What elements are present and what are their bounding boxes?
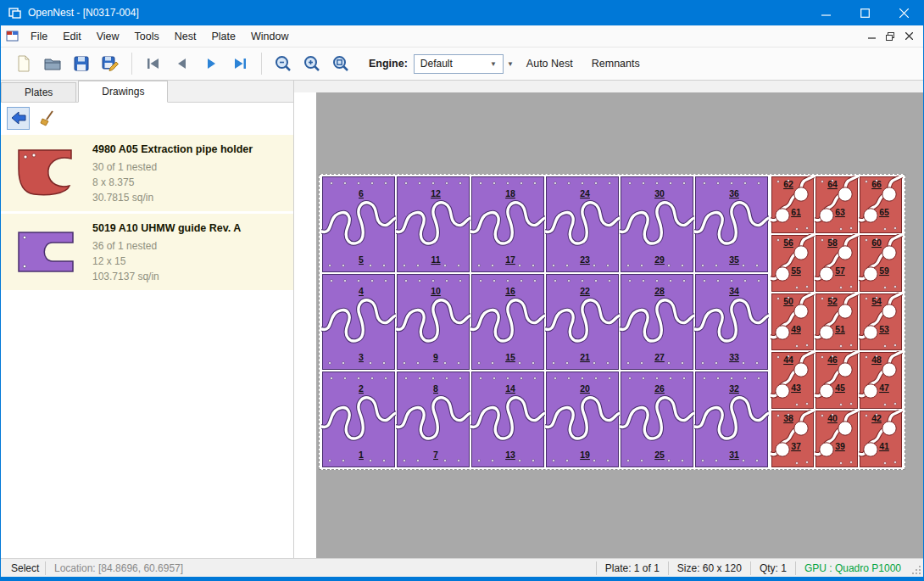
part-number: 37 <box>791 441 801 451</box>
drawing-size: 12 x 15 <box>92 254 241 269</box>
gpu-status: GPU : Quadro P1000 <box>796 562 910 574</box>
tab-drawings[interactable]: Drawings <box>78 81 168 103</box>
drawing-title: 4980 A05 Extraction pipe holder <box>92 143 253 155</box>
part-number: 2 <box>359 383 364 394</box>
nested-part-pair[interactable]: 2423 <box>545 176 620 273</box>
minimize-icon[interactable] <box>806 0 845 25</box>
back-arrow-icon[interactable] <box>7 107 30 130</box>
nested-part-pair[interactable]: 4241 <box>859 410 903 468</box>
part-number: 55 <box>791 265 801 276</box>
nested-part-pair[interactable]: 5655 <box>771 234 815 293</box>
engine-select[interactable]: Default ▼ <box>414 54 504 74</box>
auto-nest-button[interactable]: Auto Nest <box>526 58 573 70</box>
save-icon[interactable] <box>69 51 94 76</box>
mdi-close-icon[interactable] <box>899 28 918 45</box>
nested-part-pair[interactable]: 1817 <box>470 176 545 273</box>
nested-part-pair[interactable]: 4443 <box>771 351 815 410</box>
go-last-icon[interactable] <box>227 51 253 76</box>
plate-count: Plate: 1 of 1 <box>597 562 668 574</box>
part-number: 44 <box>783 355 793 365</box>
nested-part-pair[interactable]: 2019 <box>545 371 620 468</box>
nested-part-pair[interactable]: 6665 <box>859 176 903 234</box>
app-icon <box>1 6 28 20</box>
remnants-button[interactable]: Remnants <box>592 58 640 70</box>
nested-part-pair[interactable]: 6463 <box>815 176 859 234</box>
list-item[interactable]: 5019 A10 UHMW guide Rev. A 36 of 1 neste… <box>1 214 293 290</box>
menu-edit[interactable]: Edit <box>55 25 89 47</box>
part-number: 17 <box>505 254 515 265</box>
part-number: 3 <box>359 352 364 362</box>
nested-part-pair[interactable]: 5857 <box>815 234 859 293</box>
save-as-icon[interactable] <box>97 51 123 76</box>
nested-part-pair[interactable]: 6261 <box>771 176 815 234</box>
nested-part-pair[interactable]: 2827 <box>620 273 694 371</box>
menu-nest[interactable]: Nest <box>167 25 204 47</box>
part-number: 16 <box>505 286 515 296</box>
part-number: 59 <box>879 265 889 276</box>
nested-part-pair[interactable]: 87 <box>396 371 470 468</box>
part-number: 40 <box>827 413 838 423</box>
menu-file[interactable]: File <box>23 25 55 47</box>
main-toolbar: Engine: Default ▼ ▼ Auto Nest Remnants <box>1 47 923 81</box>
window-bottom-border <box>1 577 923 581</box>
purple-region: 6512111817242330293635431091615222128273… <box>321 176 769 468</box>
nested-part-pair[interactable]: 4645 <box>815 351 859 410</box>
plate-size: Size: 60 x 120 <box>669 562 750 574</box>
engine-label: Engine: <box>369 58 408 70</box>
nested-part-pair[interactable]: 109 <box>396 273 470 371</box>
clean-broom-icon[interactable] <box>36 107 58 130</box>
part-number: 53 <box>879 324 889 334</box>
menu-tools[interactable]: Tools <box>127 25 167 47</box>
nested-part-pair[interactable]: 3231 <box>694 371 769 468</box>
nested-part-pair[interactable]: 6059 <box>859 234 903 293</box>
new-document-icon[interactable] <box>11 51 36 76</box>
menu-window[interactable]: Window <box>243 25 296 47</box>
part-number: 27 <box>654 352 665 362</box>
nested-part-pair[interactable]: 2625 <box>620 371 694 468</box>
tab-plates[interactable]: Plates <box>1 82 76 102</box>
part-number: 23 <box>580 254 590 265</box>
zoom-in-icon[interactable] <box>299 51 325 76</box>
plate[interactable]: 6512111817242330293635431091615222128273… <box>319 174 905 470</box>
resize-grip[interactable] <box>910 559 923 577</box>
nested-part-pair[interactable]: 5453 <box>859 293 903 351</box>
mdi-restore-icon[interactable] <box>881 28 899 45</box>
nested-part-pair[interactable]: 65 <box>321 176 396 273</box>
part-number: 7 <box>433 450 438 460</box>
nested-part-pair[interactable]: 4847 <box>859 351 903 410</box>
zoom-out-icon[interactable] <box>270 51 296 76</box>
go-first-icon[interactable] <box>141 51 166 76</box>
nested-part-pair[interactable]: 43 <box>321 273 396 371</box>
part-thumbnail-purple <box>8 220 84 284</box>
nested-part-pair[interactable]: 21 <box>321 371 396 468</box>
zoom-fit-icon[interactable] <box>328 51 353 76</box>
part-number: 45 <box>835 383 845 393</box>
part-number: 14 <box>505 383 515 394</box>
nested-part-pair[interactable]: 3837 <box>771 410 815 468</box>
nested-part-pair[interactable]: 5251 <box>815 293 859 351</box>
part-number: 66 <box>871 179 882 189</box>
maximize-icon[interactable] <box>845 0 884 25</box>
open-file-icon[interactable] <box>40 51 65 76</box>
mdi-minimize-icon[interactable] <box>862 28 881 45</box>
nested-part-pair[interactable]: 3433 <box>694 273 769 371</box>
nested-part-pair[interactable]: 4039 <box>815 410 859 468</box>
nested-part-pair[interactable]: 3029 <box>620 176 694 273</box>
list-item[interactable]: 4980 A05 Extraction pipe holder 30 of 1 … <box>1 135 293 211</box>
nested-part-pair[interactable]: 2221 <box>545 273 620 371</box>
part-number: 12 <box>431 188 441 198</box>
nested-part-pair[interactable]: 5049 <box>771 293 815 351</box>
engine-dropdown-arrow-icon[interactable]: ▼ <box>504 54 517 74</box>
nest-canvas[interactable]: 6512111817242330293635431091615222128273… <box>294 81 923 558</box>
part-number: 33 <box>729 352 739 362</box>
menu-view[interactable]: View <box>89 25 127 47</box>
nested-part-pair[interactable]: 1413 <box>470 371 545 468</box>
close-icon[interactable] <box>884 0 923 25</box>
go-next-icon[interactable] <box>198 51 224 76</box>
go-previous-icon[interactable] <box>170 51 195 76</box>
menu-plate[interactable]: Plate <box>203 25 243 47</box>
nested-part-pair[interactable]: 1615 <box>470 273 545 371</box>
nested-part-pair[interactable]: 1211 <box>396 176 470 273</box>
nested-part-pair[interactable]: 3635 <box>694 176 769 273</box>
part-number: 62 <box>783 179 793 189</box>
